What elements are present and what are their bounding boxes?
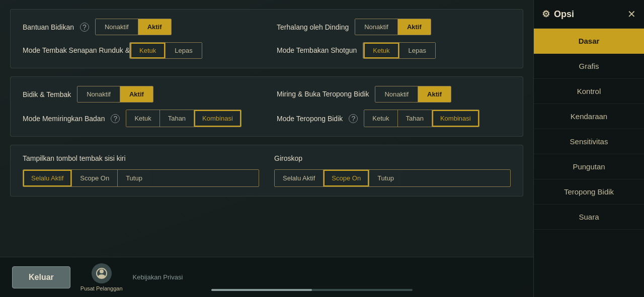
tampilkan-selalu-btn[interactable]: Selalu Aktif <box>23 170 71 186</box>
support-icon <box>92 263 112 283</box>
row-mode-miring: Mode Memiringkan Badan ? Ketuk Tahan Kom… <box>23 110 511 127</box>
miring-ketuk-btn[interactable]: Ketuk <box>126 110 159 127</box>
row-bidik: Bidik & Tembak Nonaktif Aktif Miring & B… <box>23 86 511 103</box>
miring-buka-item: Miring & Buka Teropong Bidik Nonaktif Ak… <box>257 86 511 103</box>
mode-teropong-btn-group: Ketuk Tahan Kombinasi <box>364 110 479 127</box>
row-mode-tembak: Mode Tembak Senapan Runduk & Busur Silan… <box>23 42 511 59</box>
bidik-nonaktif-btn[interactable]: Nonaktif <box>77 86 120 102</box>
mode-miring-label: Mode Memiringkan Badan <box>23 115 105 123</box>
bantuan-nonaktif-btn[interactable]: Nonaktif <box>96 19 138 35</box>
mode-miring-help-icon[interactable]: ? <box>111 114 120 123</box>
bantuan-aktif-btn[interactable]: Aktif <box>138 19 171 35</box>
teropong-ketuk-btn[interactable]: Ketuk <box>364 110 397 127</box>
terhalang-label: Terhalang oleh Dinding <box>277 23 349 31</box>
terhalang-item: Terhalang oleh Dinding Nonaktif Aktif <box>257 19 511 35</box>
mode-senapan-item: Mode Tembak Senapan Runduk & Busur Silan… <box>23 42 257 59</box>
row-bantuan: Bantuan Bidikan ? Nonaktif Aktif Terhala… <box>23 19 511 35</box>
tampilkan-btn-group: Selalu Aktif Scope On Tutup <box>23 169 259 187</box>
miring-buka-btn-group: Nonaktif Aktif <box>375 86 451 103</box>
mode-miring-btn-group: Ketuk Tahan Kombinasi <box>126 110 241 127</box>
bidik-tembak-label: Bidik & Tembak <box>23 90 71 98</box>
sidebar-item-sensitivitas[interactable]: Sensitivitas <box>534 129 644 154</box>
sidebar-item-suara[interactable]: Suara <box>534 205 644 230</box>
giroskop-scope-btn[interactable]: Scope On <box>323 170 369 186</box>
mode-teropong-item: Mode Teropong Bidik ? Ketuk Tahan Kombin… <box>257 110 511 127</box>
miring-buka-label: Miring & Buka Teropong Bidik <box>277 89 369 98</box>
mode-teropong-help-icon[interactable]: ? <box>349 114 358 123</box>
support-label: Pusat Pelanggan <box>80 285 123 291</box>
tampilkan-tutup-btn[interactable]: Tutup <box>117 170 150 186</box>
section-card-1: Bantuan Bidikan ? Nonaktif Aktif Terhala… <box>10 9 523 68</box>
miring-tahan-btn[interactable]: Tahan <box>159 110 194 127</box>
teropong-kombinasi-btn[interactable]: Kombinasi <box>432 110 479 127</box>
sidebar-item-pungutan[interactable]: Pungutan <box>534 154 644 179</box>
tampilkan-col: Tampilkan tombol tembak sisi kiri Selalu… <box>23 154 259 187</box>
sidebar-title-container: ⚙ Opsi <box>542 9 574 20</box>
shotgun-lepas-btn[interactable]: Lepas <box>399 43 435 58</box>
sidebar-item-grafis[interactable]: Grafis <box>534 54 644 79</box>
miring-nonaktif-btn[interactable]: Nonaktif <box>375 86 418 102</box>
bidik-aktif-btn[interactable]: Aktif <box>120 86 153 102</box>
teropong-tahan-btn[interactable]: Tahan <box>397 110 432 127</box>
section-card-3: Tampilkan tombol tembak sisi kiri Selalu… <box>10 145 523 196</box>
mode-shotgun-item: Mode Tembakan Shotgun Ketuk Lepas <box>257 42 511 59</box>
row-tampilkan: Tampilkan tombol tembak sisi kiri Selalu… <box>23 154 511 187</box>
scroll-thumb <box>211 289 312 291</box>
terhalang-aktif-btn[interactable]: Aktif <box>397 19 431 35</box>
giroskop-col: Giroskop Selalu Aktif Scope On Tutup <box>259 154 511 187</box>
senapan-ketuk-btn[interactable]: Ketuk <box>130 43 165 58</box>
shotgun-ketuk-btn[interactable]: Ketuk <box>363 43 398 58</box>
scroll-bar[interactable] <box>211 289 413 291</box>
gear-icon: ⚙ <box>542 9 550 20</box>
giroskop-btn-group: Selalu Aktif Scope On Tutup <box>274 169 511 187</box>
giroskop-label: Giroskop <box>274 154 511 162</box>
sidebar-item-kendaraan[interactable]: Kendaraan <box>534 104 644 129</box>
sidebar-item-dasar[interactable]: Dasar <box>534 29 644 54</box>
mode-shotgun-btn-group: Ketuk Lepas <box>363 42 436 59</box>
bidik-tembak-item: Bidik & Tembak Nonaktif Aktif <box>23 86 257 103</box>
sidebar-header: ⚙ Opsi ✕ <box>534 0 644 29</box>
bantuan-help-icon[interactable]: ? <box>80 23 89 32</box>
section-card-2: Bidik & Tembak Nonaktif Aktif Miring & B… <box>10 76 523 137</box>
close-button[interactable]: ✕ <box>627 8 636 20</box>
privacy-link[interactable]: Kebijakan Privasi <box>133 273 183 281</box>
bantuan-bidikan-item: Bantuan Bidikan ? Nonaktif Aktif <box>23 19 257 35</box>
bidik-tembak-btn-group: Nonaktif Aktif <box>77 86 153 103</box>
mode-senapan-btn-group: Ketuk Lepas <box>129 42 202 59</box>
svg-point-0 <box>100 269 104 273</box>
mode-senapan-label: Mode Tembak Senapan Runduk & Busur Silan… <box>23 46 123 55</box>
tampilkan-scope-btn[interactable]: Scope On <box>71 170 117 186</box>
terhalang-btn-group: Nonaktif Aktif <box>355 19 431 35</box>
right-sidebar: ⚙ Opsi ✕ Dasar Grafis Kontrol Kendaraan … <box>533 0 644 297</box>
keluar-button[interactable]: Keluar <box>12 266 70 288</box>
sidebar-item-teropong-bidik[interactable]: Teropong Bidik <box>534 179 644 205</box>
bantuan-btn-group: Nonaktif Aktif <box>95 19 172 35</box>
giroskop-selalu-btn[interactable]: Selalu Aktif <box>275 170 323 186</box>
settings-panel: Bantuan Bidikan ? Nonaktif Aktif Terhala… <box>0 0 533 297</box>
customer-support-button[interactable]: Pusat Pelanggan <box>80 263 123 291</box>
mode-shotgun-label: Mode Tembakan Shotgun <box>277 46 357 55</box>
sidebar-item-kontrol[interactable]: Kontrol <box>534 79 644 104</box>
senapan-lepas-btn[interactable]: Lepas <box>165 43 201 58</box>
miring-aktif-btn[interactable]: Aktif <box>418 86 451 102</box>
tampilkan-label: Tampilkan tombol tembak sisi kiri <box>23 154 259 162</box>
miring-kombinasi-btn[interactable]: Kombinasi <box>194 110 241 127</box>
sidebar-title: Opsi <box>554 9 574 20</box>
bantuan-bidikan-label: Bantuan Bidikan <box>23 23 74 31</box>
mode-teropong-label: Mode Teropong Bidik <box>277 115 343 123</box>
giroskop-tutup-btn[interactable]: Tutup <box>369 170 402 186</box>
terhalang-nonaktif-btn[interactable]: Nonaktif <box>355 19 397 35</box>
mode-miring-item: Mode Memiringkan Badan ? Ketuk Tahan Kom… <box>23 110 257 127</box>
bottom-bar: Keluar Pusat Pelanggan Kebijakan Privasi <box>0 257 533 297</box>
